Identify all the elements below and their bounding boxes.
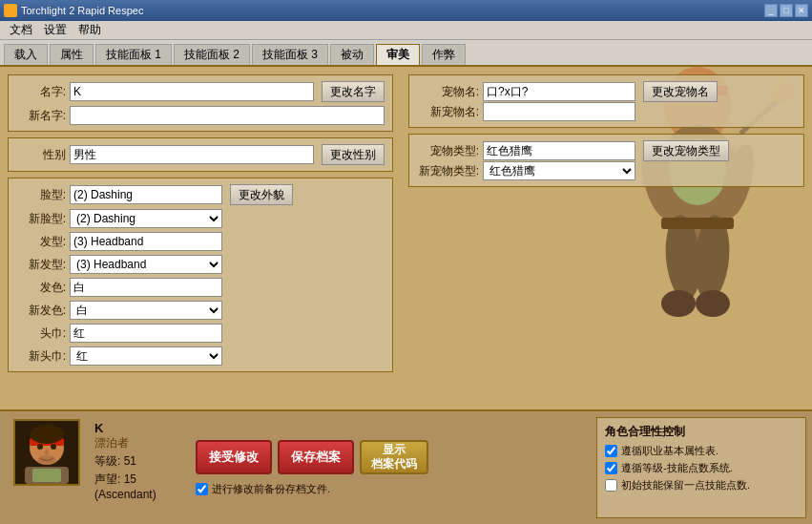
- newfacetype-select[interactable]: (2) Dashing: [70, 209, 222, 228]
- newhairtype-select[interactable]: (3) Headband: [70, 255, 222, 274]
- close-button[interactable]: ✕: [795, 4, 808, 17]
- gender-row: 性别 更改性别: [16, 144, 385, 165]
- portrait-area: [6, 417, 87, 518]
- maximize-button[interactable]: □: [780, 4, 793, 17]
- petname-input: [483, 82, 635, 101]
- pettype-label: 宠物类型:: [417, 143, 479, 159]
- backup-checkbox-row: 进行修改前备份存档文件.: [196, 482, 581, 496]
- newhaircolor-select[interactable]: 白: [70, 301, 222, 320]
- gender-label: 性别: [16, 147, 66, 163]
- change-appearance-button[interactable]: 更改外貌: [230, 184, 293, 205]
- newbandana-label: 新头巾:: [16, 348, 66, 365]
- title-bar-controls[interactable]: _ □ ✕: [764, 4, 808, 17]
- left-panel: 名字: 更改名字 新名字: 性别 更改性别: [0, 67, 401, 409]
- tab-skill2[interactable]: 技能面板 2: [174, 44, 250, 65]
- change-pettype-button[interactable]: 更改宠物类型: [643, 140, 729, 161]
- rights-item-1: 遵循等级-技能点数系统.: [605, 461, 798, 475]
- svg-point-16: [51, 444, 56, 450]
- gender-section: 性别 更改性别: [8, 137, 393, 172]
- facetype-row: 脸型: 更改外貌: [16, 184, 385, 205]
- char-name-bottom: K: [94, 421, 180, 435]
- rights-checkbox-0[interactable]: [605, 445, 617, 457]
- menu-item-file[interactable]: 文档: [4, 21, 38, 39]
- tab-skill3[interactable]: 技能面板 3: [252, 44, 328, 65]
- bandana-input: [70, 324, 222, 343]
- tab-cheat[interactable]: 作弊: [422, 44, 466, 65]
- appearance-section: 脸型: 更改外貌 新脸型: (2) Dashing 发型: 新发型:: [8, 178, 393, 372]
- char-class: 漂泊者: [94, 435, 180, 451]
- rights-panel: 角色合理性控制 遵循职业基本属性表. 遵循等级-技能点数系统. 初始技能保留一点…: [596, 417, 806, 518]
- menu-bar: 文档 设置 帮助: [0, 21, 812, 40]
- pettype-input: [483, 141, 635, 160]
- newname-input[interactable]: [70, 106, 385, 125]
- name-section: 名字: 更改名字 新名字:: [8, 74, 393, 132]
- newhairtype-label: 新发型:: [16, 257, 66, 273]
- svg-point-12: [696, 290, 730, 317]
- menu-item-help[interactable]: 帮助: [73, 21, 107, 39]
- facetype-input: [70, 185, 222, 204]
- pet-type-section: 宠物类型: 更改宠物类型 新宠物类型: 红色猎鹰: [408, 134, 804, 187]
- gender-input: [70, 145, 314, 164]
- title-bar-left: Torchlight 2 Rapid Respec: [4, 4, 143, 17]
- petname-row: 宠物名: 更改宠物名: [417, 81, 796, 102]
- newpetname-input[interactable]: [483, 102, 635, 121]
- rights-title: 角色合理性控制: [605, 424, 798, 440]
- change-name-button[interactable]: 更改名字: [322, 81, 385, 102]
- minimize-button[interactable]: _: [764, 4, 778, 17]
- svg-point-19: [30, 425, 64, 444]
- newhairtype-row: 新发型: (3) Headband: [16, 255, 385, 274]
- haircolor-row: 发色:: [16, 278, 385, 297]
- tab-passive[interactable]: 被动: [330, 44, 374, 65]
- svg-point-17: [45, 450, 49, 455]
- tab-skill1[interactable]: 技能面板 1: [95, 44, 172, 65]
- tab-attributes[interactable]: 属性: [50, 44, 94, 65]
- char-level: 等级: 51: [94, 453, 180, 470]
- tab-aesthetics[interactable]: 审美: [376, 44, 420, 65]
- svg-rect-10: [661, 218, 734, 229]
- display-code-button[interactable]: 显示 档案代码: [360, 440, 428, 474]
- level-value: 51: [124, 454, 136, 468]
- bandana-label: 头巾:: [16, 325, 66, 342]
- rights-text-0: 遵循职业基本属性表.: [621, 444, 718, 458]
- newpettype-row: 新宠物类型: 红色猎鹰: [417, 161, 796, 180]
- tab-load[interactable]: 载入: [4, 44, 48, 65]
- petname-label: 宠物名:: [417, 84, 479, 100]
- svg-point-18: [37, 455, 56, 465]
- svg-point-15: [37, 444, 43, 450]
- change-gender-button[interactable]: 更改性别: [322, 144, 385, 165]
- change-petname-button[interactable]: 更改宠物名: [643, 81, 718, 102]
- backup-label: 进行修改前备份存档文件.: [212, 482, 330, 496]
- bottom-panel: K 漂泊者 等级: 51 声望: 15 (Ascendant) 接受修改 保存档…: [0, 409, 812, 524]
- newname-row: 新名字:: [16, 106, 385, 125]
- accept-button[interactable]: 接受修改: [196, 440, 272, 474]
- newbandana-select[interactable]: 红: [70, 346, 222, 366]
- newfacetype-row: 新脸型: (2) Dashing: [16, 209, 385, 228]
- rights-text-1: 遵循等级-技能点数系统.: [621, 461, 733, 475]
- svg-rect-21: [32, 469, 61, 482]
- haircolor-label: 发色:: [16, 280, 66, 296]
- rights-checkbox-1[interactable]: [605, 462, 617, 474]
- newpettype-select[interactable]: 红色猎鹰: [483, 161, 635, 180]
- rights-text-2: 初始技能保留一点技能点数.: [621, 478, 750, 493]
- svg-point-8: [662, 214, 704, 303]
- newpetname-label: 新宠物名:: [417, 104, 479, 120]
- title-bar: Torchlight 2 Rapid Respec _ □ ✕: [0, 0, 812, 21]
- portrait-frame: [13, 419, 80, 486]
- save-button[interactable]: 保存档案: [278, 440, 354, 474]
- rights-checkbox-2[interactable]: [605, 479, 617, 492]
- right-panel: 宠物名: 更改宠物名 新宠物名: 宠物类型: 更改宠物类型 新宠物类型:: [401, 67, 812, 409]
- content-area: 名字: 更改名字 新名字: 性别 更改性别: [0, 67, 812, 409]
- main-container: 载入 属性 技能面板 1 技能面板 2 技能面板 3 被动 审美 作弊 名字: …: [0, 40, 812, 524]
- char-info: K 漂泊者 等级: 51 声望: 15 (Ascendant): [94, 417, 180, 518]
- name-input[interactable]: [70, 82, 314, 101]
- facetype-label: 脸型:: [16, 187, 66, 203]
- svg-point-9: [691, 214, 733, 303]
- newfacetype-label: 新脸型:: [16, 211, 66, 227]
- newname-label: 新名字:: [16, 108, 66, 124]
- bandana-row: 头巾:: [16, 324, 385, 343]
- hairtype-row: 发型:: [16, 232, 385, 251]
- level-label: 等级:: [94, 454, 120, 468]
- menu-item-settings[interactable]: 设置: [38, 21, 73, 39]
- backup-checkbox[interactable]: [196, 483, 208, 495]
- char-rep: 声望: 15 (Ascendant): [94, 472, 180, 501]
